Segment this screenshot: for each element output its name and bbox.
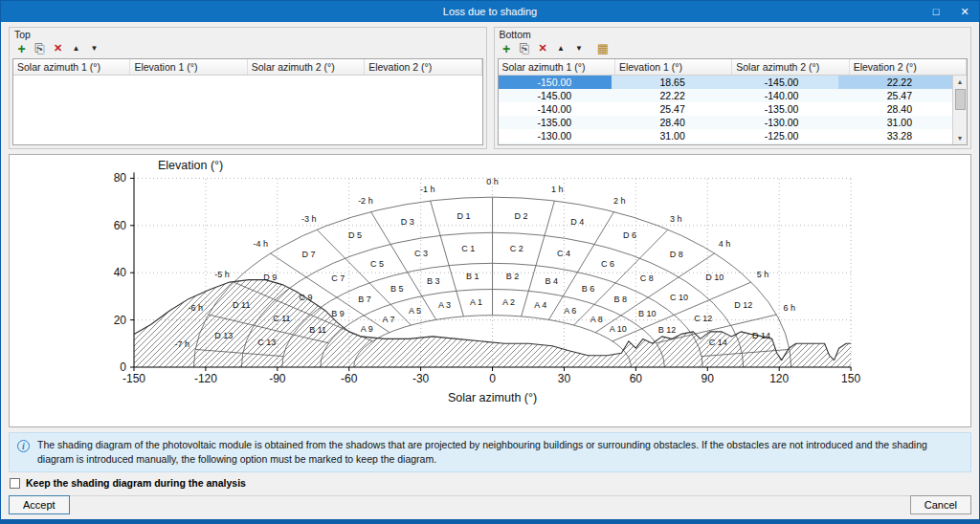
table-cell[interactable]: 25.47 (612, 102, 725, 116)
svg-text:C 14: C 14 (709, 338, 727, 347)
svg-text:D 1: D 1 (457, 211, 471, 221)
svg-text:-5 h: -5 h (214, 270, 230, 279)
table-cell[interactable]: 25.47 (838, 89, 952, 102)
svg-text:D 4: D 4 (570, 217, 584, 227)
svg-text:A 1: A 1 (470, 297, 482, 307)
svg-text:B 11: B 11 (309, 325, 326, 335)
table-cell[interactable]: 28.40 (612, 116, 725, 129)
svg-text:B 2: B 2 (506, 272, 520, 281)
svg-text:1 h: 1 h (551, 185, 564, 194)
titlebar[interactable]: Loss due to shading □ ✕ (1, 1, 979, 22)
table-cell[interactable]: -140.00 (499, 102, 612, 116)
scroll-thumb[interactable] (955, 89, 966, 110)
keep-diagram-label: Keep the shading diagram during the anal… (26, 477, 246, 489)
column-header: Solar azimuth 2 (°) (248, 59, 365, 75)
scroll-down-icon[interactable]: ▼ (957, 132, 964, 144)
table-cell[interactable]: 35.26 (838, 142, 952, 144)
svg-text:C 3: C 3 (414, 249, 428, 258)
cancel-button[interactable]: Cancel (910, 495, 971, 514)
tables-row: Top +⎘✕▲▼ Solar azimuth 1 (°)Elevation 1… (9, 27, 971, 149)
svg-text:C 4: C 4 (557, 249, 570, 258)
top-table-body[interactable] (13, 76, 482, 144)
table-cell[interactable]: -135.00 (725, 102, 839, 116)
svg-text:B 4: B 4 (546, 276, 559, 286)
svg-text:150: 150 (841, 372, 860, 385)
svg-text:-150: -150 (122, 372, 145, 385)
svg-text:A 7: A 7 (382, 315, 394, 324)
svg-text:A 6: A 6 (564, 306, 576, 316)
table-cell[interactable]: -130.00 (725, 116, 839, 129)
table-cell[interactable]: -125.00 (499, 142, 612, 144)
table-row[interactable]: -140.0025.47-135.0028.40 (499, 102, 953, 116)
table-cell[interactable]: 22.22 (612, 89, 725, 102)
svg-text:-7 h: -7 h (174, 339, 189, 349)
copy-table-icon[interactable]: ▦ (595, 41, 612, 56)
table-row[interactable]: -150.0018.65-145.0022.22 (499, 76, 953, 89)
accept-button[interactable]: Accept (9, 495, 70, 514)
table-row[interactable]: -135.0028.40-130.0031.00 (499, 116, 953, 129)
top-panel-label: Top (12, 29, 483, 40)
svg-text:B 12: B 12 (658, 325, 677, 335)
info-strip: i The shading diagram of the photovoltai… (9, 432, 971, 472)
table-cell[interactable]: -145.00 (725, 76, 839, 89)
svg-text:C 13: C 13 (257, 338, 276, 347)
add-icon[interactable]: + (499, 41, 515, 56)
table-cell[interactable]: 33.28 (612, 142, 725, 144)
table-cell[interactable]: 22.22 (838, 76, 952, 89)
table-cell[interactable]: 18.65 (612, 76, 725, 89)
move-down-icon[interactable]: ▼ (571, 41, 588, 56)
svg-text:5 h: 5 h (757, 270, 769, 279)
table-cell[interactable]: 31.00 (612, 129, 725, 142)
table-cell[interactable]: -120.00 (725, 142, 839, 144)
svg-text:C 12: C 12 (694, 314, 712, 323)
table-row[interactable]: -145.0022.22-140.0025.47 (499, 89, 953, 102)
svg-text:-2 h: -2 h (358, 196, 373, 206)
svg-text:C 5: C 5 (370, 259, 384, 269)
table-cell[interactable]: 31.00 (838, 116, 952, 129)
svg-text:B 3: B 3 (427, 276, 440, 286)
svg-text:0: 0 (120, 360, 126, 374)
svg-text:D 5: D 5 (348, 230, 362, 240)
svg-text:90: 90 (702, 372, 715, 385)
svg-text:20: 20 (114, 314, 127, 327)
svg-text:A 10: A 10 (610, 324, 627, 334)
svg-text:D 3: D 3 (401, 217, 414, 227)
move-down-icon[interactable]: ▼ (86, 41, 102, 56)
copy-icon[interactable]: ⎘ (32, 41, 48, 56)
svg-text:-120: -120 (194, 372, 217, 385)
table-cell[interactable]: -125.00 (725, 129, 839, 142)
table-row[interactable]: -130.0031.00-125.0033.28 (499, 129, 953, 142)
svg-text:B 8: B 8 (613, 295, 627, 304)
add-icon[interactable]: + (13, 41, 30, 56)
table-cell[interactable]: -130.00 (499, 129, 612, 142)
table-cell[interactable]: 28.40 (838, 102, 952, 116)
scroll-up-icon[interactable]: ▲ (957, 76, 964, 88)
table-cell[interactable]: 33.28 (838, 129, 952, 142)
delete-icon[interactable]: ✕ (535, 41, 551, 56)
copy-icon[interactable]: ⎘ (517, 41, 533, 56)
table-scrollbar[interactable]: ▲ ▼ (952, 76, 967, 144)
keep-diagram-checkbox[interactable] (10, 478, 20, 489)
table-cell[interactable]: -145.00 (499, 89, 612, 102)
move-up-icon[interactable]: ▲ (68, 41, 84, 56)
table-row[interactable]: -125.0033.28-120.0035.26 (499, 142, 953, 144)
svg-text:D 11: D 11 (233, 300, 250, 310)
move-up-icon[interactable]: ▲ (553, 41, 569, 56)
maximize-icon[interactable]: □ (922, 1, 950, 22)
bottom-panel-label: Bottom (498, 29, 969, 40)
table-cell[interactable]: -140.00 (725, 89, 839, 102)
table-cell[interactable]: -135.00 (499, 116, 612, 129)
svg-text:40: 40 (114, 266, 127, 279)
column-header: Solar azimuth 1 (°) (13, 59, 130, 75)
bottom-table-body[interactable]: -150.0018.65-145.0022.22-145.0022.22-140… (499, 76, 953, 144)
y-axis-title: Elevation (°) (158, 159, 223, 172)
delete-icon[interactable]: ✕ (50, 41, 66, 56)
svg-text:4 h: 4 h (719, 239, 731, 249)
close-icon[interactable]: ✕ (950, 1, 979, 22)
table-cell[interactable]: -150.00 (499, 76, 612, 89)
svg-text:D 10: D 10 (705, 273, 724, 282)
svg-text:-3 h: -3 h (301, 214, 317, 224)
svg-text:D 6: D 6 (623, 230, 636, 240)
svg-text:C 2: C 2 (510, 244, 523, 253)
svg-text:60: 60 (630, 372, 643, 385)
